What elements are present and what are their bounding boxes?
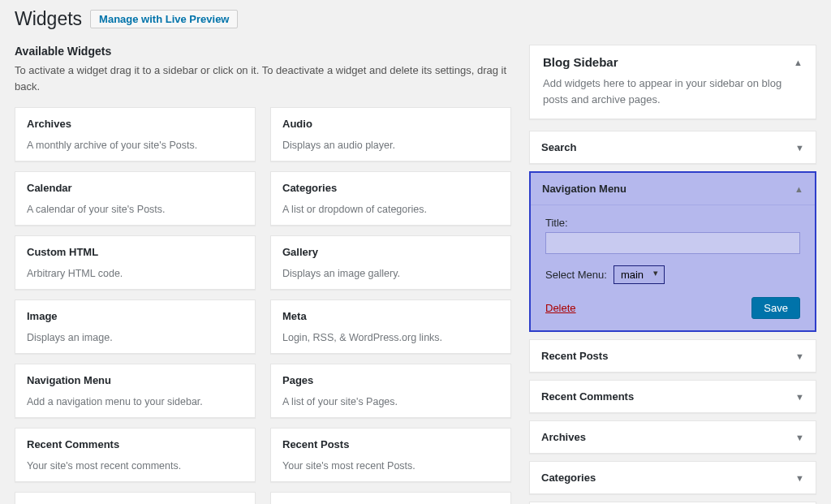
- select-menu-label: Select Menu:: [545, 269, 607, 281]
- blog-sidebar-header[interactable]: Blog Sidebar ▲: [543, 55, 803, 69]
- placed-widget-header[interactable]: Recent Posts ▼: [530, 340, 816, 372]
- placed-widget-search: Search ▼: [529, 131, 816, 164]
- widget-title: Calendar: [15, 172, 255, 204]
- widget-pages[interactable]: Pages A list of your site's Pages.: [270, 364, 511, 418]
- open-widget-header[interactable]: Navigation Menu ▲: [531, 173, 815, 205]
- open-widget-body: Title: Select Menu: main Delete Save: [531, 205, 815, 330]
- title-label: Title:: [545, 217, 800, 229]
- available-widgets-title: Available Widgets: [15, 45, 511, 58]
- widget-title: Image: [15, 300, 255, 332]
- available-widgets-column: Available Widgets To activate a widget d…: [15, 45, 511, 504]
- placed-widget-header[interactable]: Archives ▼: [530, 421, 816, 453]
- widget-desc: A list or dropdown of categories.: [271, 204, 510, 225]
- widget-custom-html[interactable]: Custom HTML Arbitrary HTML code.: [15, 235, 256, 290]
- widget-title: Categories: [271, 172, 510, 204]
- widget-categories[interactable]: Categories A list or dropdown of categor…: [270, 171, 511, 226]
- chevron-down-icon: ▼: [795, 392, 804, 402]
- blog-sidebar-panel: Blog Sidebar ▲ Add widgets here to appea…: [529, 45, 816, 119]
- widget-meta[interactable]: Meta Login, RSS, & WordPress.org links.: [270, 299, 511, 354]
- widget-image[interactable]: Image Displays an image.: [15, 299, 256, 354]
- chevron-up-icon: ▲: [794, 58, 803, 67]
- widget-search[interactable]: Search A search form for your site.: [270, 492, 511, 504]
- widget-desc: Displays an audio player.: [271, 140, 510, 161]
- sidebar-column: Blog Sidebar ▲ Add widgets here to appea…: [529, 45, 816, 504]
- widget-desc: Displays an image.: [15, 332, 255, 353]
- widget-desc: Your site's most recent Posts.: [271, 460, 510, 481]
- blog-sidebar-title: Blog Sidebar: [543, 55, 618, 69]
- title-input[interactable]: [545, 232, 800, 254]
- placed-widget-header[interactable]: Categories ▼: [530, 462, 816, 493]
- placed-widget-title: Recent Comments: [541, 390, 634, 403]
- placed-widget-header[interactable]: Search ▼: [530, 131, 816, 163]
- placed-widget-recent-posts: Recent Posts ▼: [529, 339, 816, 373]
- open-widget-title: Navigation Menu: [542, 183, 626, 195]
- widget-title: Gallery: [271, 236, 510, 268]
- widget-desc: Login, RSS, & WordPress.org links.: [271, 332, 510, 353]
- widget-rss[interactable]: RSS Entries from any RSS or Atom feed.: [15, 492, 256, 504]
- page-header: Widgets Manage with Live Preview: [15, 8, 816, 30]
- open-widget-footer: Delete Save: [545, 297, 800, 319]
- widget-audio[interactable]: Audio Displays an audio player.: [270, 107, 511, 162]
- manage-live-preview-button[interactable]: Manage with Live Preview: [90, 10, 238, 28]
- placed-widget-title: Archives: [541, 431, 586, 443]
- widget-title: Pages: [271, 364, 510, 396]
- save-button[interactable]: Save: [751, 297, 800, 319]
- placed-widget-title: Categories: [541, 472, 596, 484]
- widget-title: Meta: [271, 300, 510, 332]
- placed-widget-recent-comments: Recent Comments ▼: [529, 380, 816, 413]
- widget-title: Search: [271, 493, 510, 504]
- chevron-down-icon: ▼: [795, 473, 804, 483]
- chevron-up-icon: ▲: [794, 184, 803, 194]
- page-title: Widgets: [15, 8, 82, 30]
- widget-archives[interactable]: Archives A monthly archive of your site'…: [15, 107, 256, 162]
- widget-desc: Your site's most recent comments.: [15, 460, 255, 481]
- select-menu-row: Select Menu: main: [545, 265, 800, 284]
- blog-sidebar-description: Add widgets here to appear in your sideb…: [543, 75, 803, 107]
- widget-desc: Displays an image gallery.: [271, 268, 510, 289]
- widget-gallery[interactable]: Gallery Displays an image gallery.: [270, 235, 511, 290]
- columns: Available Widgets To activate a widget d…: [15, 45, 816, 504]
- select-menu-input[interactable]: main: [614, 265, 665, 284]
- widget-recent-comments[interactable]: Recent Comments Your site's most recent …: [15, 428, 256, 482]
- available-widgets-description: To activate a widget drag it to a sideba…: [15, 62, 511, 94]
- widget-desc: A list of your site's Pages.: [271, 396, 510, 417]
- placed-widget-title: Search: [541, 141, 576, 153]
- widget-title: Audio: [271, 108, 510, 140]
- delete-link[interactable]: Delete: [545, 302, 576, 314]
- widget-desc: A monthly archive of your site's Posts.: [15, 140, 255, 161]
- widget-title: Recent Posts: [271, 429, 510, 460]
- widget-recent-posts[interactable]: Recent Posts Your site's most recent Pos…: [270, 428, 511, 482]
- chevron-down-icon: ▼: [795, 351, 804, 361]
- widget-title: Navigation Menu: [15, 364, 255, 396]
- widget-desc: Add a navigation menu to your sidebar.: [15, 396, 255, 417]
- chevron-down-icon: ▼: [795, 143, 804, 153]
- widget-desc: A calendar of your site's Posts.: [15, 204, 255, 225]
- widget-title: Archives: [15, 108, 255, 140]
- widget-desc: Arbitrary HTML code.: [15, 268, 255, 289]
- available-widgets-grid: Archives A monthly archive of your site'…: [15, 107, 511, 504]
- widget-title: Recent Comments: [15, 429, 255, 460]
- chevron-down-icon: ▼: [795, 433, 804, 442]
- widget-title: Custom HTML: [15, 236, 255, 268]
- placed-widget-categories: Categories ▼: [529, 461, 816, 494]
- placed-widget-title: Recent Posts: [541, 350, 608, 362]
- widget-title: RSS: [15, 493, 255, 504]
- open-widget-navigation-menu: Navigation Menu ▲ Title: Select Menu: ma…: [529, 171, 816, 332]
- placed-widget-header[interactable]: Recent Comments ▼: [530, 381, 816, 412]
- widget-navigation-menu[interactable]: Navigation Menu Add a navigation menu to…: [15, 364, 256, 418]
- widget-calendar[interactable]: Calendar A calendar of your site's Posts…: [15, 171, 256, 226]
- placed-widget-archives: Archives ▼: [529, 420, 816, 454]
